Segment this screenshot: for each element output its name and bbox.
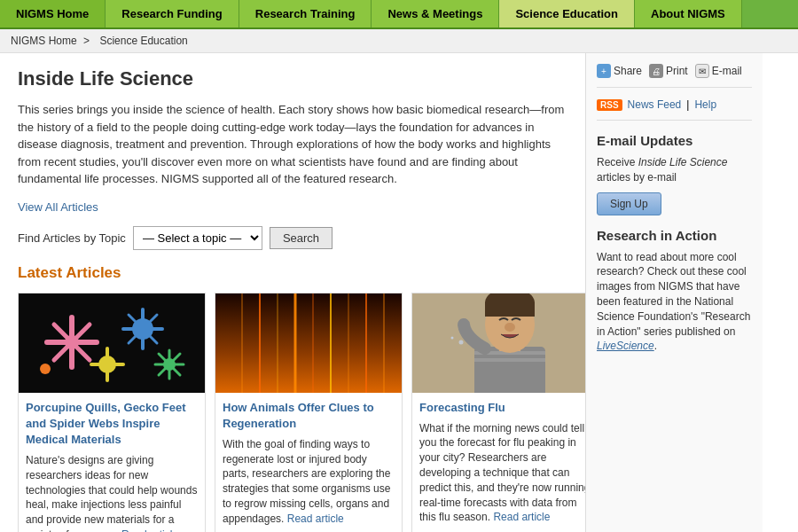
breadcrumb-home-link[interactable]: NIGMS Home <box>11 35 77 47</box>
article-image-1 <box>19 293 205 393</box>
svg-point-41 <box>459 340 464 344</box>
article-desc-1: Nature's designs are giving researchers … <box>26 453 198 532</box>
svg-point-42 <box>451 336 454 339</box>
article-title-3: Forecasting Flu <box>419 400 591 416</box>
nav-item-news-meetings[interactable]: News & Meetings <box>372 0 499 27</box>
page-wrapper: Inside Life Science This series brings y… <box>0 53 798 532</box>
breadcrumb-current: Science Education <box>99 35 187 47</box>
print-button[interactable]: 🖨 Print <box>649 64 688 78</box>
find-articles-bar: Find Articles by Topic — Select a topic … <box>18 226 567 250</box>
article-title-1: Porcupine Quills, Gecko Feet and Spider … <box>26 400 198 449</box>
article-desc-3: What if the morning news could tell you … <box>419 421 591 526</box>
article-image-3 <box>412 293 598 393</box>
intro-text: This series brings you inside the scienc… <box>18 101 567 188</box>
svg-rect-37 <box>485 302 535 317</box>
articles-grid: Porcupine Quills, Gecko Feet and Spider … <box>18 293 567 533</box>
latest-articles-heading: Latest Articles <box>18 264 567 282</box>
research-text: Want to read about more cool research? C… <box>597 251 750 338</box>
sidebar: + Share 🖨 Print ✉ E-mail RSS News Feed |… <box>585 53 763 532</box>
email-icon: ✉ <box>695 64 709 78</box>
research-in-action-title: Research in Action <box>597 228 752 243</box>
news-feed-link[interactable]: News Feed <box>628 98 682 111</box>
article-card-1: Porcupine Quills, Gecko Feet and Spider … <box>18 293 206 533</box>
email-label: E-mail <box>712 65 742 77</box>
print-label: Print <box>666 65 688 77</box>
article-body-2: How Animals Offer Clues to Regeneration … <box>215 393 402 533</box>
email-updates-description: Receive Inside Life Science articles by … <box>597 155 752 185</box>
research-in-action-section: Research in Action Want to read about mo… <box>597 228 752 355</box>
nav-item-nigms-home[interactable]: NIGMS Home <box>0 0 106 27</box>
share-label: Share <box>614 65 642 77</box>
breadcrumb: NIGMS Home > Science Education <box>0 29 798 53</box>
nav-item-science-education[interactable]: Science Education <box>499 0 635 27</box>
article-body-3: Forecasting Flu What if the morning news… <box>412 393 598 533</box>
rss-separator: | <box>686 98 689 111</box>
article-body-1: Porcupine Quills, Gecko Feet and Spider … <box>19 393 205 533</box>
share-icon: + <box>597 64 611 78</box>
rss-badge: RSS <box>597 99 622 111</box>
article-image-2 <box>215 293 402 393</box>
breadcrumb-separator: > <box>83 35 90 47</box>
print-icon: 🖨 <box>649 64 663 78</box>
page-title: Inside Life Science <box>18 67 567 90</box>
toolbar-share: + Share 🖨 Print ✉ E-mail <box>597 64 752 88</box>
main-nav: NIGMS HomeResearch FundingResearch Train… <box>0 0 798 29</box>
article-desc-2: With the goal of finding ways to regener… <box>223 437 395 527</box>
help-link[interactable]: Help <box>694 98 716 111</box>
email-button[interactable]: ✉ E-mail <box>695 64 742 78</box>
article-link-1[interactable]: Porcupine Quills, Gecko Feet and Spider … <box>26 401 186 446</box>
topic-select[interactable]: — Select a topic —BiochemistryBiologyCel… <box>133 226 262 250</box>
svg-point-38 <box>505 323 515 332</box>
view-all-articles-link[interactable]: View All Articles <box>18 200 567 214</box>
article-link-3[interactable]: Forecasting Flu <box>419 401 505 414</box>
find-articles-label: Find Articles by Topic <box>18 231 126 245</box>
read-more-link-1[interactable]: Read article <box>121 528 178 532</box>
search-button[interactable]: Search <box>270 227 332 249</box>
svg-rect-20 <box>215 293 402 393</box>
email-updates-title: E-mail Updates <box>597 133 752 148</box>
email-updates-section: E-mail Updates Receive Inside Life Scien… <box>597 133 752 215</box>
svg-point-19 <box>40 364 51 374</box>
research-in-action-text: Want to read about more cool research? C… <box>597 250 752 355</box>
nav-item-research-funding[interactable]: Research Funding <box>106 0 239 27</box>
livescience-end: . <box>654 340 657 352</box>
nav-item-about-nigms[interactable]: About NIGMS <box>635 0 742 27</box>
share-button[interactable]: + Share <box>597 64 642 78</box>
article-link-2[interactable]: How Animals Offer Clues to Regeneration <box>223 401 374 430</box>
article-title-2: How Animals Offer Clues to Regeneration <box>223 400 395 432</box>
signup-button[interactable]: Sign Up <box>597 192 661 215</box>
read-more-link-2[interactable]: Read article <box>287 512 344 525</box>
read-more-link-3[interactable]: Read article <box>493 511 550 523</box>
email-updates-text: Receive <box>597 156 635 168</box>
email-updates-italic: Inside Life Science <box>638 156 728 168</box>
article-card-2: How Animals Offer Clues to Regeneration … <box>215 293 403 533</box>
livescience-link[interactable]: LiveScience <box>597 340 654 352</box>
rss-bar: RSS News Feed | Help <box>597 98 752 121</box>
svg-rect-33 <box>474 358 545 362</box>
main-content: Inside Life Science This series brings y… <box>0 53 585 532</box>
email-updates-text2: articles by e-mail <box>597 171 677 184</box>
article-card-3: Forecasting Flu What if the morning news… <box>411 293 599 533</box>
nav-item-research-training[interactable]: Research Training <box>239 0 372 27</box>
